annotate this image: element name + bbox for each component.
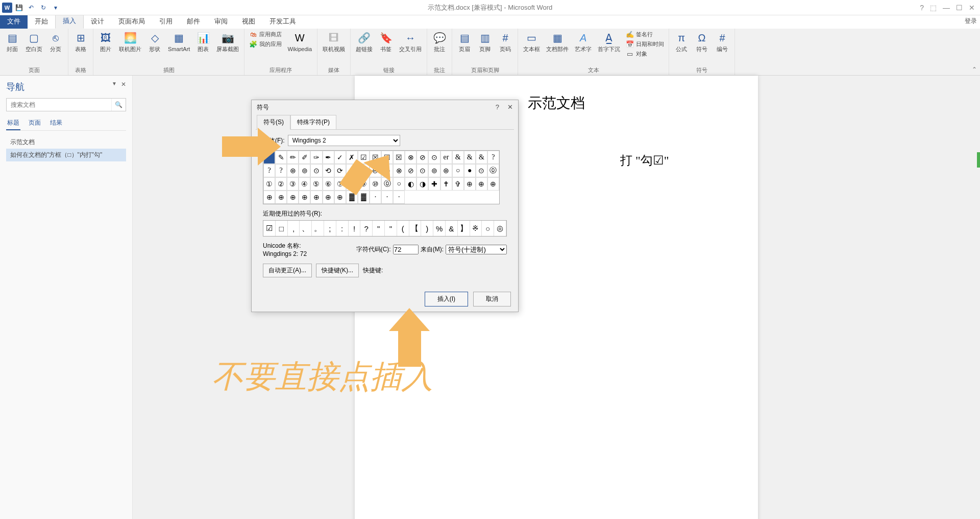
symbol-cell[interactable]: ⊚	[299, 164, 310, 177]
symbol-cell[interactable]: ⊙	[476, 164, 487, 177]
dropcap-button[interactable]: A̲首字下沉	[596, 30, 622, 53]
recent-symbol-cell[interactable]: "	[373, 221, 385, 236]
date-time-button[interactable]: 📅日期和时间	[624, 39, 666, 49]
comment-button[interactable]: 💬批注	[430, 30, 449, 53]
symbol-cell[interactable]: ⊕	[275, 191, 287, 204]
recent-symbol-cell[interactable]: ;	[324, 221, 336, 236]
nav-tab-pages[interactable]: 页面	[28, 116, 42, 130]
symbol-cell[interactable]: ⊕	[476, 177, 487, 191]
collapse-ribbon-icon[interactable]: ⌃	[972, 66, 977, 73]
wordart-button[interactable]: A艺术字	[573, 30, 594, 53]
symbol-cell[interactable]: &	[452, 151, 464, 164]
from-select[interactable]: 符号(十进制)	[446, 245, 507, 254]
shapes-button[interactable]: ◇形状	[145, 30, 164, 53]
recent-symbol-cell[interactable]: "	[385, 221, 397, 236]
symbol-cell[interactable]: ✒	[323, 151, 334, 164]
cancel-button[interactable]: 取消	[473, 292, 511, 306]
recent-symbol-cell[interactable]: ◎	[494, 221, 506, 236]
chart-button[interactable]: 📊图表	[194, 30, 212, 53]
nav-pin-icon[interactable]: ▼	[112, 81, 117, 86]
symbol-cell[interactable]: ⑥	[323, 177, 334, 191]
recent-symbol-cell[interactable]: 。	[312, 221, 324, 236]
scroll-indicator[interactable]	[977, 152, 980, 168]
symbol-cell[interactable]: ●	[464, 164, 476, 177]
recent-symbol-cell[interactable]: □	[276, 221, 288, 236]
page-number-button[interactable]: #页码	[496, 30, 514, 53]
bookmark-button[interactable]: 🔖书签	[377, 30, 395, 53]
page-break-button[interactable]: ⎋分页	[46, 30, 65, 53]
object-button[interactable]: ▭对象	[624, 49, 666, 58]
undo-icon[interactable]: ↶	[26, 2, 37, 13]
recent-symbol-cell[interactable]: !	[349, 221, 361, 236]
tab-file[interactable]: 文件	[0, 14, 28, 29]
symbol-cell[interactable]: ✏	[287, 151, 299, 164]
symbol-cell[interactable]: ⊛	[440, 164, 452, 177]
blank-page-button[interactable]: ▢空白页	[23, 30, 44, 53]
dialog-close-icon[interactable]: ✕	[507, 103, 513, 112]
symbol-cell[interactable]: ⊚	[428, 164, 440, 177]
symbol-cell[interactable]: ?	[263, 164, 275, 177]
symbol-cell[interactable]: ✓	[334, 151, 346, 164]
dialog-help-icon[interactable]: ?	[496, 103, 499, 112]
symbol-cell[interactable]: ⟳	[334, 164, 346, 177]
online-video-button[interactable]: 🎞联机视频	[321, 30, 347, 53]
symbol-cell[interactable]: ⟲	[323, 164, 334, 177]
help-icon[interactable]: ?	[920, 4, 924, 12]
tab-references[interactable]: 引用	[152, 14, 180, 29]
symbol-cell[interactable]: &	[464, 151, 476, 164]
recent-symbol-cell[interactable]: 【	[409, 221, 422, 236]
close-icon[interactable]: ✕	[969, 4, 975, 12]
recent-symbol-cell[interactable]: 】	[458, 221, 470, 236]
symbol-cell[interactable]: ⊕	[299, 191, 310, 204]
tab-mailings[interactable]: 邮件	[180, 14, 207, 29]
screenshot-button[interactable]: 📷屏幕截图	[214, 30, 241, 53]
charcode-input[interactable]	[393, 245, 419, 254]
nav-close-icon[interactable]: ✕	[121, 81, 126, 88]
wikipedia-button[interactable]: WWikipedia	[285, 30, 314, 53]
my-apps-button[interactable]: 🧩我的应用	[248, 39, 283, 49]
symbol-cell[interactable]: ○	[393, 177, 405, 191]
symbol-cell[interactable]: ⊙	[416, 164, 428, 177]
symbol-cell[interactable]: ✚	[428, 177, 440, 191]
recent-symbol-cell[interactable]: ○	[482, 221, 494, 236]
symbol-cell[interactable]: ▓	[358, 191, 370, 204]
nav-tab-results[interactable]: 结果	[49, 116, 63, 130]
recent-symbol-cell[interactable]: ※	[470, 221, 482, 236]
insert-button[interactable]: 插入(I)	[425, 292, 468, 306]
signature-line-button[interactable]: ✍签名行	[624, 30, 666, 39]
symbol-cell[interactable]: ·	[381, 191, 393, 204]
tab-layout[interactable]: 页面布局	[111, 14, 152, 29]
symbol-cell[interactable]: ✞	[452, 177, 464, 191]
symbol-cell[interactable]: ·	[370, 191, 381, 204]
symbol-button[interactable]: Ω符号	[693, 30, 711, 53]
symbol-cell[interactable]: ✝	[440, 177, 452, 191]
quick-parts-button[interactable]: ▦文档部件	[544, 30, 571, 53]
symbol-cell[interactable]: ⊘	[416, 151, 428, 164]
cross-reference-button[interactable]: ↔交叉引用	[397, 30, 424, 53]
login-link[interactable]: 登录	[965, 17, 977, 26]
recent-symbol-cell[interactable]: )	[421, 221, 433, 236]
tab-insert[interactable]: 插入	[55, 13, 84, 29]
recent-symbol-cell[interactable]: &	[446, 221, 458, 236]
number-button[interactable]: #编号	[713, 30, 731, 53]
symbol-cell[interactable]: ·	[393, 191, 405, 204]
symbol-cell[interactable]: ⓪	[487, 164, 499, 177]
symbol-cell[interactable]: ✑	[310, 151, 322, 164]
symbol-cell[interactable]: &	[476, 151, 487, 164]
symbol-cell[interactable]: ⊛	[287, 164, 299, 177]
recent-symbol-cell[interactable]: ,	[288, 221, 300, 236]
maximize-icon[interactable]: ☐	[956, 4, 963, 12]
dialog-tab-special[interactable]: 特殊字符(P)	[290, 115, 336, 130]
symbol-cell[interactable]: ◐	[405, 177, 416, 191]
autocorrect-button[interactable]: 自动更正(A)...	[263, 264, 312, 277]
symbol-cell[interactable]: ⑤	[310, 177, 322, 191]
recent-symbol-cell[interactable]: :	[336, 221, 349, 236]
recent-symbol-cell[interactable]: %	[433, 221, 446, 236]
symbol-cell[interactable]: ?	[275, 164, 287, 177]
symbol-cell[interactable]: ①	[263, 177, 275, 191]
online-pictures-button[interactable]: 🌅联机图片	[117, 30, 143, 53]
table-button[interactable]: ⊞表格	[71, 30, 90, 53]
tab-home[interactable]: 开始	[28, 14, 55, 29]
symbol-cell[interactable]: er	[440, 151, 452, 164]
symbol-cell[interactable]: ⊕	[310, 191, 322, 204]
